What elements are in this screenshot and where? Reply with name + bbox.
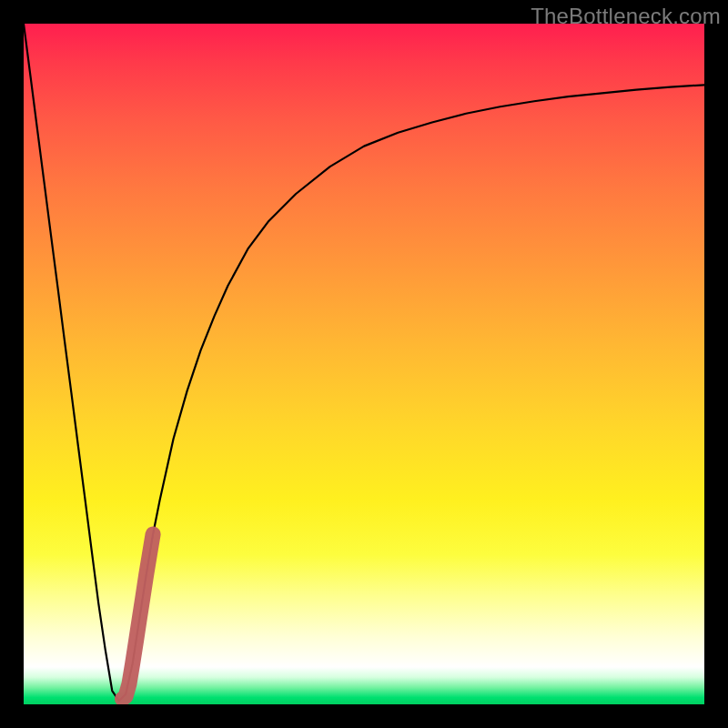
plot-area bbox=[24, 24, 704, 704]
chart-frame: TheBottleneck.com bbox=[0, 0, 728, 728]
highlight-marker bbox=[24, 24, 704, 704]
watermark-text: TheBottleneck.com bbox=[531, 4, 721, 29]
